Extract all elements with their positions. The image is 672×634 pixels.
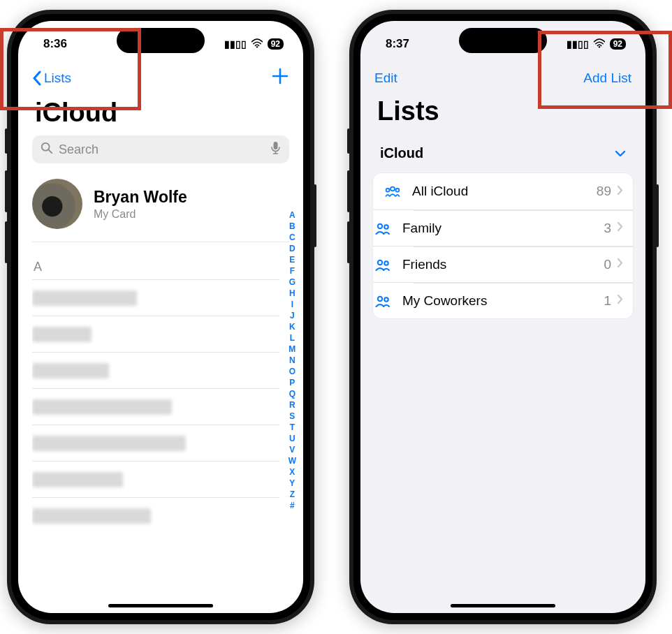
dynamic-island: [459, 28, 547, 53]
battery-icon: 92: [610, 38, 626, 50]
add-list-button[interactable]: Add List: [583, 71, 631, 86]
redacted-name: [32, 327, 92, 342]
index-letter[interactable]: M: [288, 344, 296, 355]
contact-row[interactable]: [32, 279, 279, 316]
index-letter[interactable]: R: [288, 399, 296, 411]
index-letter[interactable]: L: [288, 332, 296, 344]
index-letter[interactable]: I: [288, 299, 296, 310]
chevron-right-icon: [617, 294, 623, 307]
list-label: My Coworkers: [402, 293, 487, 309]
edit-button[interactable]: Edit: [374, 71, 397, 86]
my-card[interactable]: Bryan Wolfe My Card: [32, 179, 289, 242]
svg-point-9: [378, 260, 382, 264]
search-placeholder: Search: [59, 142, 98, 157]
contact-row[interactable]: [32, 352, 279, 388]
index-letter[interactable]: E: [288, 254, 296, 265]
redacted-name: [32, 399, 172, 415]
plus-icon: [271, 67, 289, 85]
status-time: 8:37: [386, 37, 409, 51]
index-letter[interactable]: S: [288, 411, 296, 422]
contact-row[interactable]: [32, 461, 279, 497]
dynamic-island: [117, 28, 205, 53]
contact-row[interactable]: [32, 388, 279, 425]
wifi-icon: [593, 38, 606, 50]
lists-card: All iCloud89Family3Friends0My Coworkers1: [373, 173, 633, 318]
redacted-name: [32, 508, 151, 524]
list-row[interactable]: Family3: [373, 209, 633, 246]
index-letter[interactable]: Y: [288, 478, 296, 489]
list-label: Friends: [402, 257, 446, 272]
index-letter[interactable]: J: [288, 310, 296, 321]
index-letter[interactable]: U: [288, 433, 296, 444]
section-header: A: [34, 260, 42, 274]
contact-row[interactable]: [32, 497, 279, 533]
index-letter[interactable]: Q: [288, 388, 296, 399]
index-letter[interactable]: D: [288, 243, 296, 254]
my-card-name: Bryan Wolfe: [94, 188, 187, 207]
battery-icon: 92: [268, 38, 284, 50]
svg-point-1: [42, 142, 50, 150]
avatar: [32, 179, 82, 229]
index-letter[interactable]: W: [288, 455, 296, 466]
svg-point-6: [396, 189, 400, 192]
index-letter[interactable]: C: [288, 232, 296, 243]
list-count: 3: [604, 221, 611, 236]
index-letter[interactable]: G: [288, 277, 296, 288]
page-title: Lists: [377, 96, 439, 126]
list-row[interactable]: Friends0: [373, 246, 633, 282]
people-two-icon: [373, 294, 393, 308]
index-letter[interactable]: A: [288, 209, 296, 221]
index-letter[interactable]: P: [288, 377, 296, 388]
index-letter[interactable]: B: [288, 221, 296, 232]
contact-row[interactable]: [32, 425, 279, 461]
contacts-list[interactable]: [32, 279, 279, 585]
index-letter[interactable]: T: [288, 422, 296, 433]
list-label: Family: [402, 221, 441, 236]
cellular-icon: ▮▮▯▯: [567, 38, 589, 50]
page-title: iCloud: [35, 98, 117, 128]
list-row[interactable]: My Coworkers1: [373, 282, 633, 318]
redacted-name: [32, 363, 109, 378]
group-header[interactable]: iCloud: [380, 145, 626, 161]
index-letter[interactable]: X: [288, 466, 296, 478]
nav-bar: Edit Add List: [360, 63, 645, 94]
redacted-name: [32, 290, 137, 306]
index-letter[interactable]: O: [288, 366, 296, 377]
index-letter[interactable]: V: [288, 444, 296, 455]
svg-point-11: [378, 296, 382, 300]
index-letter[interactable]: #: [288, 500, 296, 511]
group-header-label: iCloud: [380, 145, 423, 161]
svg-point-0: [256, 46, 257, 47]
index-letter[interactable]: Z: [288, 489, 296, 500]
back-button[interactable]: Lists: [32, 71, 71, 86]
svg-rect-2: [274, 142, 278, 149]
wifi-icon: [251, 38, 263, 50]
chevron-right-icon: [617, 185, 623, 198]
home-indicator: [451, 604, 555, 607]
index-letter[interactable]: H: [288, 288, 296, 299]
search-input[interactable]: Search: [32, 135, 289, 163]
index-strip[interactable]: ABCDEFGHIJKLMNOPQRSTUVWXYZ#: [288, 209, 296, 511]
mic-icon[interactable]: [270, 141, 281, 158]
svg-point-4: [390, 187, 395, 191]
list-count: 89: [597, 184, 611, 199]
people-two-icon: [373, 258, 393, 272]
index-letter[interactable]: N: [288, 355, 296, 366]
contact-row[interactable]: [32, 316, 279, 352]
phone-right: 8:37 ▮▮▯▯ 92 Edit Add List Lists iCloud: [349, 10, 657, 624]
people-two-icon: [373, 221, 393, 235]
back-label: Lists: [44, 71, 71, 86]
index-letter[interactable]: K: [288, 321, 296, 332]
index-letter[interactable]: F: [288, 265, 296, 277]
home-indicator: [108, 604, 213, 607]
add-contact-button[interactable]: [271, 66, 289, 90]
status-time: 8:36: [43, 37, 67, 51]
chevron-right-icon: [617, 221, 623, 235]
svg-point-5: [386, 189, 390, 192]
redacted-name: [32, 472, 123, 487]
list-count: 0: [604, 257, 611, 272]
list-row[interactable]: All iCloud89: [373, 173, 633, 209]
cellular-icon: ▮▮▯▯: [224, 38, 247, 50]
list-label: All iCloud: [412, 184, 468, 199]
redacted-name: [32, 436, 186, 451]
